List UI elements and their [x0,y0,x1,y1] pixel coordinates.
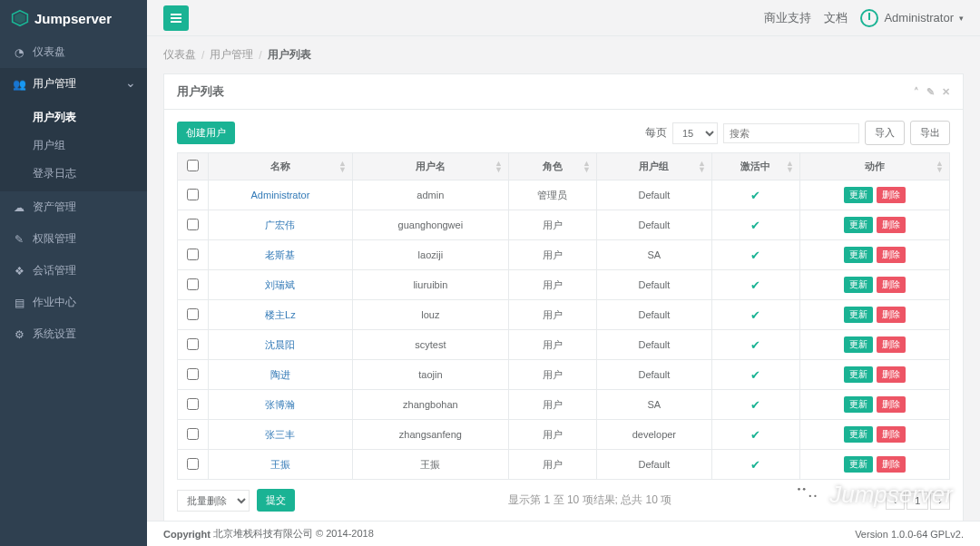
user-name-link[interactable]: 楼主Lz [265,309,296,320]
delete-button[interactable]: 删除 [877,396,906,413]
user-name-link[interactable]: 沈晨阳 [265,339,295,350]
cell-group: Default [596,450,711,480]
delete-button[interactable]: 删除 [877,456,906,473]
sidebar-item-terminal[interactable]: ❖会话管理 [0,255,147,287]
row-checkbox[interactable] [187,338,199,350]
row-checkbox[interactable] [187,189,199,200]
row-checkbox[interactable] [187,278,199,290]
logo-icon [11,9,29,27]
users-icon: 👥 [13,78,25,91]
user-name-link[interactable]: Administrator [251,190,310,200]
copyright-text: 北京堆栈科技有限公司 © 2014-2018 [213,527,374,541]
delete-button[interactable]: 删除 [877,426,906,443]
table-row: 老斯基laoziji用户SA✔更新删除 [178,240,950,270]
wrench-icon[interactable]: ✎ [926,86,935,98]
update-button[interactable]: 更新 [844,426,873,443]
update-button[interactable]: 更新 [844,396,873,413]
update-button[interactable]: 更新 [844,187,873,203]
column-header[interactable]: 用户名▲▼ [352,153,508,180]
search-input[interactable] [723,123,859,143]
user-name-link[interactable]: 广宏伟 [265,219,295,230]
cell-role: 用户 [508,240,596,270]
create-user-button[interactable]: 创建用户 [177,122,235,144]
import-button[interactable]: 导入 [865,121,905,145]
user-name-link[interactable]: 老斯基 [265,249,295,260]
delete-button[interactable]: 删除 [877,336,906,353]
sidebar-item-edit[interactable]: ✎权限管理 [0,223,147,255]
row-checkbox[interactable] [187,219,199,230]
cell-role: 用户 [508,420,596,450]
sidebar-item-users[interactable]: 👥用户管理 [0,68,147,100]
sidebar-subitem[interactable]: 登录日志 [0,160,147,188]
column-header[interactable]: 名称▲▼ [209,153,353,180]
column-header[interactable]: 激活中▲▼ [711,153,799,180]
sort-icon: ▲▼ [583,161,591,173]
bulk-submit-button[interactable]: 提交 [257,489,295,512]
sidebar-item-dashboard[interactable]: ◔仪表盘 [0,36,147,68]
breadcrumb-item[interactable]: 仪表盘 [163,47,196,63]
sidebar-item-tasks[interactable]: ▤作业中心 [0,287,147,318]
topbar-link-docs[interactable]: 文档 [824,10,848,26]
select-all-checkbox[interactable] [187,160,199,171]
main: 商业支持 文档 Administrator ▾ 仪表盘 / 用户管理 / 用户列… [147,0,980,546]
per-page-select[interactable]: 15 [672,122,718,144]
user-name-link[interactable]: 刘瑞斌 [265,279,295,290]
column-header[interactable]: 动作▲▼ [799,153,949,180]
user-menu[interactable]: Administrator ▾ [860,9,964,27]
svg-marker-1 [15,14,24,23]
cell-group: SA [596,240,711,270]
update-button[interactable]: 更新 [844,336,873,353]
sidebar-item-cloud[interactable]: ☁资产管理 [0,191,147,223]
delete-button[interactable]: 删除 [877,247,906,263]
update-button[interactable]: 更新 [844,217,873,233]
sidebar-item-settings[interactable]: ⚙系统设置 [0,318,147,350]
cell-username: guanghongwei [352,210,508,240]
breadcrumb-item[interactable]: 用户管理 [210,47,253,63]
cell-role: 用户 [508,390,596,420]
sidebar-subitem[interactable]: 用户组 [0,132,147,160]
sidebar-item-label: 系统设置 [33,327,76,342]
pager-next[interactable]: › [930,492,950,510]
topbar-link-support[interactable]: 商业支持 [764,10,811,26]
update-button[interactable]: 更新 [844,366,873,383]
delete-button[interactable]: 删除 [877,366,906,383]
row-checkbox[interactable] [187,308,199,320]
collapse-icon[interactable]: ˄ [914,86,919,98]
export-button[interactable]: 导出 [910,121,950,145]
user-name-link[interactable]: 张博瀚 [265,399,295,410]
check-icon: ✔ [750,278,760,292]
user-name-link[interactable]: 王振 [270,459,290,470]
row-checkbox[interactable] [187,398,199,410]
row-checkbox[interactable] [187,458,199,470]
row-checkbox[interactable] [187,428,199,440]
settings-icon: ⚙ [13,328,25,341]
close-icon[interactable]: ✕ [942,86,950,98]
pager-page[interactable]: 1 [906,492,928,510]
user-name-link[interactable]: 陶进 [270,369,290,380]
cell-group: Default [596,270,711,300]
delete-button[interactable]: 删除 [877,187,906,203]
row-checkbox[interactable] [187,249,199,260]
cell-active: ✔ [711,420,799,450]
bulk-action-select[interactable]: 批量删除 [177,490,250,512]
cell-username: 王振 [352,450,508,480]
delete-button[interactable]: 删除 [877,217,906,233]
delete-button[interactable]: 删除 [877,277,906,293]
brand-logo[interactable]: Jumpserver [0,0,147,36]
update-button[interactable]: 更新 [844,277,873,293]
row-checkbox[interactable] [187,368,199,380]
sidebar-subitem[interactable]: 用户列表 [0,103,147,132]
sidebar-toggle[interactable] [163,5,189,31]
pager-prev[interactable]: ‹ [886,492,906,510]
column-header[interactable]: 用户组▲▼ [596,153,711,180]
table-row: 楼主Lzlouz用户Default✔更新删除 [178,300,950,330]
update-button[interactable]: 更新 [844,307,873,323]
table-row: 刘瑞斌liuruibin用户Default✔更新删除 [178,270,950,300]
cell-active: ✔ [711,210,799,240]
user-name-link[interactable]: 张三丰 [265,429,295,440]
tasks-icon: ▤ [13,297,25,309]
update-button[interactable]: 更新 [844,247,873,263]
update-button[interactable]: 更新 [844,456,873,473]
delete-button[interactable]: 删除 [877,307,906,323]
column-header[interactable]: 角色▲▼ [508,153,596,180]
